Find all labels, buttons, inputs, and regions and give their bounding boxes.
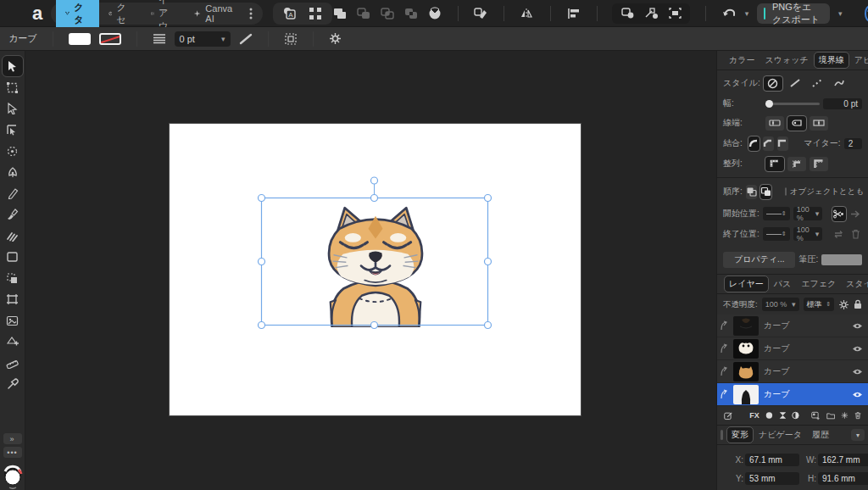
start-position-percent[interactable]: 100 %▾: [793, 207, 823, 220]
stroke-style-none-button[interactable]: [764, 76, 782, 91]
fill-stroke-indicator[interactable]: [2, 465, 24, 490]
join-bevel-button[interactable]: [763, 136, 774, 151]
visibility-eye-icon[interactable]: [852, 345, 863, 353]
lock-icon[interactable]: [854, 299, 862, 309]
selection-handle-w[interactable]: [259, 259, 265, 265]
help-button[interactable]: ?: [865, 5, 868, 22]
export-png-button[interactable]: PNGをエクスポート: [757, 3, 830, 24]
new-group-folder-icon[interactable]: [826, 411, 835, 420]
tab-transform[interactable]: 変形: [727, 427, 753, 443]
properties-button[interactable]: プロパティ...: [723, 252, 795, 268]
boolean-add-button[interactable]: [332, 5, 348, 22]
style-paint-button[interactable]: [473, 5, 488, 22]
order-front-button[interactable]: [746, 185, 757, 199]
color-picker-tool[interactable]: [3, 374, 23, 394]
end-position-percent[interactable]: 100 %▾: [793, 227, 823, 241]
persona-tab-canva-ai[interactable]: Canva AI: [184, 0, 244, 27]
boolean-subtract-button[interactable]: [356, 5, 371, 22]
artboard-tool[interactable]: [3, 289, 23, 309]
image-place-tool[interactable]: [3, 310, 23, 331]
shape-builder-tool[interactable]: [3, 331, 23, 352]
visibility-eye-icon[interactable]: [852, 391, 863, 398]
x-field[interactable]: 67.1 mm: [745, 454, 799, 466]
live-filter-icon[interactable]: [792, 410, 799, 420]
selection-handle-se[interactable]: [485, 322, 492, 329]
transform-tool[interactable]: [3, 77, 23, 97]
selection-handle-s[interactable]: [371, 322, 378, 329]
studio-panels-toggle-button[interactable]: [307, 5, 324, 22]
rotation-handle[interactable]: [371, 177, 378, 184]
point-transform-tool[interactable]: [3, 141, 23, 161]
scale-with-object-checkbox[interactable]: [785, 187, 787, 196]
stroke-style-icon[interactable]: [239, 33, 253, 45]
selection-handle-sw[interactable]: [259, 322, 265, 329]
adjustment-layer-icon[interactable]: [779, 410, 787, 420]
start-pressure-profile-select[interactable]: ⇕: [763, 207, 790, 220]
tools-expand-button[interactable]: »: [3, 433, 22, 444]
stroke-style-dash-button[interactable]: [808, 76, 826, 91]
undo-button[interactable]: [721, 5, 737, 22]
selection-handle-nw[interactable]: [259, 195, 265, 202]
visibility-eye-icon[interactable]: [852, 322, 863, 330]
layer-row-selected[interactable]: カーブ: [717, 383, 868, 406]
persona-overflow-menu[interactable]: [244, 4, 258, 23]
cap-butt-button[interactable]: [765, 116, 784, 131]
visibility-eye-icon[interactable]: [852, 368, 863, 376]
move-tool[interactable]: [3, 56, 23, 76]
slider-knob[interactable]: [765, 100, 773, 108]
tab-navigator[interactable]: ナビゲータ: [754, 427, 806, 443]
vector-brush-tool[interactable]: [3, 204, 23, 225]
blend-mode-select[interactable]: 標準⇕: [804, 298, 834, 311]
gear-icon[interactable]: [329, 32, 342, 45]
align-inside-button[interactable]: [787, 157, 806, 171]
delete-layer-trash-icon[interactable]: [854, 410, 861, 420]
swap-profiles-button[interactable]: [832, 227, 845, 242]
boolean-divide-button[interactable]: [427, 5, 442, 22]
tab-stroke[interactable]: 境界線: [815, 53, 849, 68]
tab-appearance[interactable]: アピアラ: [850, 53, 868, 68]
layer-row[interactable]: カーブ: [717, 315, 868, 337]
profile-arrow-button[interactable]: [849, 207, 862, 221]
undo-history-chevron[interactable]: ▾: [745, 9, 749, 18]
pressure-profile-box[interactable]: [821, 254, 862, 265]
stroke-color-swatch[interactable]: [99, 33, 121, 45]
selection-overlay[interactable]: [25, 51, 716, 490]
h-field[interactable]: 91.6 mm: [818, 472, 868, 485]
opacity-select[interactable]: 100 %▾: [762, 298, 799, 311]
align-outside-button[interactable]: [810, 157, 828, 171]
tab-color[interactable]: カラー: [725, 53, 759, 68]
appearance-toggle-button[interactable]: A: [281, 5, 298, 22]
cap-round-button[interactable]: [787, 116, 806, 131]
stroke-style-brush-button[interactable]: [830, 76, 849, 91]
edit-mask-icon[interactable]: [724, 410, 732, 421]
node-tool[interactable]: [3, 98, 23, 119]
export-options-chevron[interactable]: ▾: [838, 9, 843, 18]
pattern-layer-icon[interactable]: [841, 410, 849, 420]
tab-swatches[interactable]: スウォッチ: [760, 53, 812, 68]
tools-more-button[interactable]: •••: [3, 447, 22, 458]
miter-field[interactable]: 2: [844, 138, 862, 149]
stroke-style-solid-button[interactable]: [786, 76, 804, 91]
tab-history[interactable]: 履歴: [808, 427, 833, 443]
measure-tool[interactable]: [3, 353, 23, 373]
stroke-width-select[interactable]: 0 pt ▾: [175, 31, 231, 47]
tab-effects[interactable]: エフェク: [797, 276, 840, 292]
mask-layer-icon[interactable]: [765, 410, 773, 420]
join-miter-button[interactable]: [777, 136, 788, 151]
stroke-width-field[interactable]: 0 pt: [823, 98, 862, 109]
cap-square-button[interactable]: [810, 116, 828, 131]
cut-profile-button[interactable]: [832, 207, 845, 221]
selection-handle-e[interactable]: [485, 259, 492, 265]
panel-menu-chevron[interactable]: ▾: [851, 429, 865, 441]
isolate-grid-icon[interactable]: [284, 33, 298, 45]
layer-row[interactable]: カーブ: [717, 337, 868, 360]
selection-brush-tool[interactable]: [3, 268, 23, 288]
stroke-width-slider[interactable]: [765, 103, 820, 105]
transform-origin-button[interactable]: [666, 5, 683, 22]
panel-grip[interactable]: [721, 430, 723, 440]
y-field[interactable]: 53 mm: [745, 472, 799, 485]
snapping-toggle-button[interactable]: [619, 5, 636, 22]
tab-styles[interactable]: スタイル: [842, 276, 868, 292]
fill-color-swatch[interactable]: [69, 33, 91, 45]
alignment-button[interactable]: [566, 5, 581, 22]
